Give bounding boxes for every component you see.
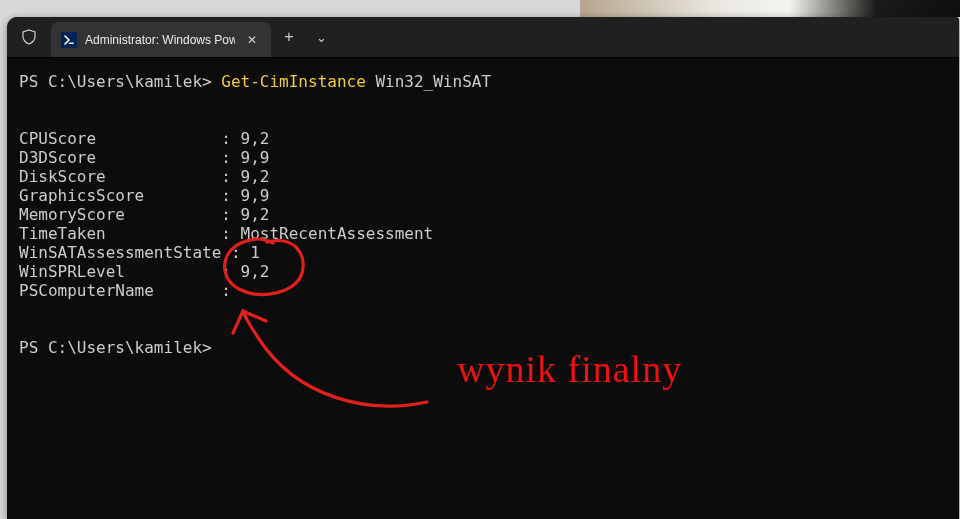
plus-icon: + — [284, 28, 293, 46]
result-name: WinSATAssessmentState — [19, 243, 231, 262]
prompt-ps: PS — [19, 72, 48, 91]
result-value: 9,2 — [241, 262, 270, 281]
prompt-ps: PS — [19, 338, 48, 357]
new-tab-button[interactable]: + — [271, 17, 307, 57]
result-row: PSComputerName : — [19, 281, 947, 300]
result-value: 9,9 — [241, 186, 270, 205]
result-row: WinSATAssessmentState : 1 — [19, 243, 947, 262]
result-separator: : — [221, 224, 240, 243]
result-value: 9,2 — [241, 205, 270, 224]
tab-dropdown-button[interactable]: ⌄ — [307, 17, 335, 57]
result-value: 9,2 — [241, 129, 270, 148]
result-value: 1 — [250, 243, 260, 262]
blank-line — [19, 319, 947, 338]
result-row: MemoryScore : 9,2 — [19, 205, 947, 224]
annotation-text: wynik finalny — [457, 347, 682, 391]
result-row: GraphicsScore : 9,9 — [19, 186, 947, 205]
result-name: WinSPRLevel — [19, 262, 221, 281]
result-name: TimeTaken — [19, 224, 221, 243]
blank-line — [19, 110, 947, 129]
terminal-window: Administrator: Windows Powe ✕ + ⌄ PS C:\… — [7, 17, 959, 519]
result-value: 9,2 — [241, 167, 270, 186]
result-separator: : — [221, 167, 240, 186]
terminal-body[interactable]: PS C:\Users\kamilek> Get-CimInstance Win… — [7, 58, 959, 371]
result-row: TimeTaken : MostRecentAssessment — [19, 224, 947, 243]
result-separator: : — [221, 186, 240, 205]
uac-shield-icon — [7, 17, 51, 57]
tab-close-button[interactable]: ✕ — [243, 31, 261, 49]
result-name: GraphicsScore — [19, 186, 221, 205]
result-name: MemoryScore — [19, 205, 221, 224]
result-name: DiskScore — [19, 167, 221, 186]
close-icon: ✕ — [247, 33, 257, 47]
chevron-down-icon: ⌄ — [316, 30, 327, 45]
result-name: D3DScore — [19, 148, 221, 167]
result-table: CPUScore : 9,2D3DScore : 9,9DiskScore : … — [19, 129, 947, 300]
powershell-icon — [61, 32, 77, 48]
result-row: D3DScore : 9,9 — [19, 148, 947, 167]
result-value: MostRecentAssessment — [241, 224, 434, 243]
tab-active[interactable]: Administrator: Windows Powe ✕ — [51, 22, 271, 57]
background-photo-slice — [580, 0, 960, 17]
result-separator: : — [221, 281, 240, 300]
result-row: DiskScore : 9,2 — [19, 167, 947, 186]
result-separator: : — [221, 205, 240, 224]
result-row: CPUScore : 9,2 — [19, 129, 947, 148]
prompt-path: C:\Users\kamilek> — [48, 72, 221, 91]
result-name: CPUScore — [19, 129, 221, 148]
result-name: PSComputerName — [19, 281, 221, 300]
result-value: 9,9 — [241, 148, 270, 167]
cmdlet-argument: Win32_WinSAT — [366, 72, 491, 91]
prompt-line-1: PS C:\Users\kamilek> Get-CimInstance Win… — [19, 72, 947, 91]
result-row: WinSPRLevel : 9,2 — [19, 262, 947, 281]
prompt-path: C:\Users\kamilek> — [48, 338, 212, 357]
result-separator: : — [231, 243, 250, 262]
tab-title: Administrator: Windows Powe — [85, 33, 235, 47]
titlebar: Administrator: Windows Powe ✕ + ⌄ — [7, 17, 959, 58]
result-separator: : — [221, 148, 240, 167]
cmdlet-name: Get-CimInstance — [221, 72, 366, 91]
blank-line — [19, 91, 947, 110]
result-separator: : — [221, 129, 240, 148]
blank-line — [19, 300, 947, 319]
result-separator: : — [221, 262, 240, 281]
